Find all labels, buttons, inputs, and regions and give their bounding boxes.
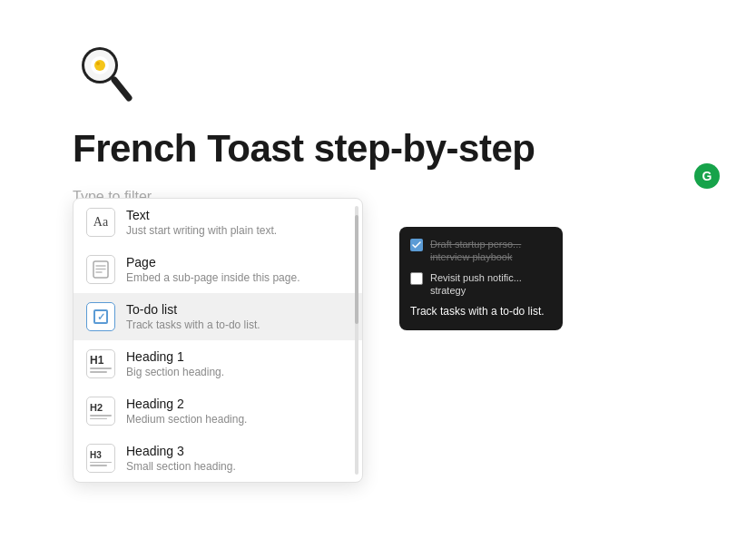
app-logo xyxy=(73,36,145,109)
todo-checkbox-icon xyxy=(93,309,108,324)
menu-item-page-desc: Embed a sub-page inside this page. xyxy=(126,271,299,284)
todo-icon xyxy=(86,302,115,331)
block-type-menu: Aa Text Just start writing with plain te… xyxy=(73,198,363,483)
menu-item-h3-title: Heading 3 xyxy=(126,444,236,458)
menu-item-text[interactable]: Aa Text Just start writing with plain te… xyxy=(74,199,362,246)
tooltip-item-2: Revisit push notific...strategy xyxy=(410,271,552,298)
menu-item-heading2[interactable]: H2 Heading 2 Medium section heading. xyxy=(74,387,362,435)
svg-point-3 xyxy=(94,60,105,71)
todo-tooltip: Draft startup perso...interview playbook… xyxy=(399,227,563,330)
tooltip-description: Track tasks with a to-do list. xyxy=(410,304,552,319)
heading1-icon: H1 xyxy=(86,349,115,378)
text-icon: Aa xyxy=(86,208,115,237)
menu-item-todo-desc: Track tasks with a to-do list. xyxy=(126,318,260,331)
heading2-icon: H2 xyxy=(86,397,115,426)
scrollbar[interactable] xyxy=(355,206,358,475)
menu-item-page[interactable]: Page Embed a sub-page inside this page. xyxy=(74,246,362,293)
menu-item-h1-title: Heading 1 xyxy=(126,349,224,364)
svg-point-4 xyxy=(96,62,100,65)
menu-item-todo-title: To-do list xyxy=(126,302,260,317)
tooltip-item-1: Draft startup perso...interview playbook xyxy=(410,238,552,264)
menu-item-heading3[interactable]: H3 Heading 3 Small section heading. xyxy=(74,435,362,482)
svg-line-5 xyxy=(114,80,129,98)
menu-item-h2-desc: Medium section heading. xyxy=(126,413,247,426)
tooltip-item1-text: Draft startup perso...interview playbook xyxy=(430,238,521,264)
menu-item-text-title: Text xyxy=(126,208,277,222)
menu-item-todo[interactable]: To-do list Track tasks with a to-do list… xyxy=(74,293,362,340)
page-container: French Toast step-by-step Aa Text Just s… xyxy=(0,0,756,249)
scrollbar-thumb xyxy=(355,215,358,324)
heading3-icon: H3 xyxy=(86,444,115,473)
grammarly-button[interactable]: G xyxy=(694,163,720,189)
page-icon xyxy=(86,255,115,284)
tooltip-item2-text: Revisit push notific...strategy xyxy=(430,271,522,298)
menu-item-h3-desc: Small section heading. xyxy=(126,460,236,473)
page-title: French Toast step-by-step xyxy=(73,127,683,171)
menu-item-page-title: Page xyxy=(126,255,299,270)
menu-item-heading1[interactable]: H1 Heading 1 Big section heading. xyxy=(74,340,362,387)
menu-item-text-desc: Just start writing with plain text. xyxy=(126,224,277,237)
menu-item-h2-title: Heading 2 xyxy=(126,397,247,411)
checked-checkbox xyxy=(410,239,423,251)
menu-item-h1-desc: Big section heading. xyxy=(126,366,224,378)
unchecked-checkbox xyxy=(410,272,423,285)
